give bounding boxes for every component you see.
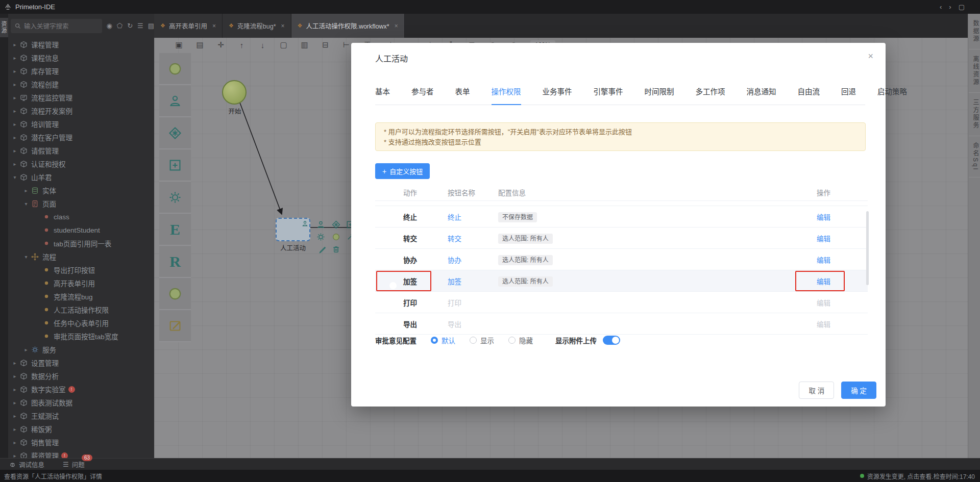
manual-activity-node[interactable] [276, 218, 310, 241]
dialog-tab-启动策略[interactable]: 启动策略 [877, 86, 907, 105]
align-left-icon[interactable]: ⊢ [342, 40, 351, 49]
nav-forward-icon[interactable]: › [949, 3, 951, 11]
edit-link[interactable]: 编辑 [817, 319, 868, 329]
palette-plussq-icon[interactable] [159, 149, 191, 182]
copy-icon[interactable]: ▣ [175, 40, 183, 49]
dialog-tab-参与者[interactable]: 参与者 [411, 86, 434, 105]
dialog-tab-引擎事件[interactable]: 引擎事件 [594, 86, 623, 105]
expand-arrow-icon[interactable]: ▸ [22, 347, 30, 352]
tree-item[interactable]: 任务中心表单引用 ! [8, 316, 154, 329]
rail-tab-命名Sql[interactable]: 命名Sql [969, 136, 980, 177]
tree-item[interactable]: ▸ 流程开发案例 ! [8, 104, 154, 117]
expand-arrow-icon[interactable]: ▸ [11, 387, 18, 392]
palette-diamond-icon[interactable] [159, 117, 191, 149]
tree-item[interactable]: ▸ 数字实验室 ! [8, 383, 154, 396]
button-name-link[interactable]: 转交 [448, 233, 498, 243]
expand-arrow-icon[interactable]: ▸ [11, 95, 18, 100]
nav-back-icon[interactable]: ‹ [940, 3, 942, 11]
tree-item[interactable]: ▾ 页面 ! [8, 197, 154, 210]
tree-item[interactable]: ▸ 培训管理 ! [8, 117, 154, 131]
pan-hand-icon[interactable]: ✛ [216, 40, 225, 49]
document-icon[interactable]: ▢ [279, 40, 288, 49]
refresh-icon[interactable]: ↻ [127, 22, 133, 30]
editor-tab[interactable]: ❖高开表单引用× [154, 14, 223, 38]
palette-gear-icon[interactable] [159, 182, 191, 214]
tree-item[interactable]: ▸ 库存管理 ! [8, 64, 154, 78]
tree-item[interactable]: ▸ 数据分析 ! [8, 369, 154, 383]
custom-button[interactable]: + 自定义按钮 [375, 163, 430, 179]
tree-item[interactable]: ▸ 流程创建 ! [8, 78, 154, 91]
tree-item[interactable]: ▸ 实体 ! [8, 184, 154, 197]
expand-arrow-icon[interactable]: ▾ [22, 201, 30, 207]
tree-item[interactable]: 审批页面按钮tab宽度 ! [8, 329, 154, 343]
dialog-tab-消息通知[interactable]: 消息通知 [747, 86, 776, 105]
tree-item[interactable]: ▸ 潜在客户管理 ! [8, 131, 154, 144]
tree-item[interactable]: class ! [8, 210, 154, 223]
quick-diamond-icon[interactable] [332, 220, 341, 230]
resource-change-notice[interactable]: 资源发生变更, 点击查看.检查时间:17:40 [860, 472, 975, 480]
palette-person-icon[interactable] [159, 85, 191, 117]
package-icon[interactable]: ⬠ [117, 22, 122, 30]
opinion-radio-显示[interactable]: 显示 [470, 335, 494, 345]
dialog-tab-表单[interactable]: 表单 [455, 86, 470, 105]
expand-arrow-icon[interactable]: ▸ [11, 161, 18, 167]
tree-item[interactable]: ▸ 设置管理 ! [8, 356, 154, 369]
palette-e-node-icon[interactable]: E [159, 214, 191, 246]
start-node[interactable] [222, 80, 247, 105]
tree-item[interactable]: 人工活动操作权限 ! [8, 303, 154, 316]
tree-item[interactable]: ▸ 流程监控管理 ! [8, 91, 154, 104]
edit-link[interactable]: 编辑 [817, 297, 868, 308]
button-name-link[interactable]: 加签 [448, 276, 498, 286]
tree-item[interactable]: ▾ 流程 ! [8, 250, 154, 263]
delete-icon[interactable]: ⊟ [321, 40, 330, 49]
expand-arrow-icon[interactable]: ▸ [11, 42, 18, 47]
upload-icon[interactable]: ↑ [237, 41, 246, 49]
dialog-tab-多工作项[interactable]: 多工作项 [696, 86, 725, 105]
dialog-tab-操作权限[interactable]: 操作权限 [492, 86, 521, 105]
rail-tab-离线资源[interactable]: 离线资源 [969, 49, 980, 93]
close-icon[interactable]: × [868, 51, 873, 62]
quick-circle-sm-icon[interactable] [332, 233, 341, 242]
expand-arrow-icon[interactable]: ▸ [11, 453, 18, 459]
expand-arrow-icon[interactable]: ▸ [11, 148, 18, 154]
table-scrollbar[interactable] [866, 211, 869, 285]
paste-icon[interactable]: ▤ [195, 40, 204, 49]
save-layout-icon[interactable]: ▢ [959, 3, 965, 11]
expand-arrow-icon[interactable]: ▸ [11, 426, 18, 432]
edit-link[interactable]: 编辑 [817, 233, 868, 243]
tree-item[interactable]: 克隆流程bug ! [8, 290, 154, 303]
edit-link[interactable]: 编辑 [817, 255, 868, 265]
tree-item[interactable]: tab页面引用同一表 ! [8, 237, 154, 250]
opinion-radio-默认[interactable]: 默认 [431, 335, 455, 345]
tree-item[interactable]: ▾ 山羊君 ! [8, 170, 154, 184]
expand-arrow-icon[interactable]: ▸ [11, 108, 18, 114]
dialog-tab-自由流[interactable]: 自由流 [798, 86, 820, 105]
palette-r-node-icon[interactable]: R [159, 246, 191, 278]
expand-arrow-icon[interactable]: ▸ [11, 82, 18, 87]
expand-arrow-icon[interactable]: ▾ [11, 174, 18, 180]
debug-info-tab[interactable]: 调试信息 [9, 460, 44, 469]
expand-arrow-icon[interactable]: ▸ [11, 373, 18, 379]
close-tab-icon[interactable]: × [212, 22, 216, 30]
button-name-link[interactable]: 协办 [448, 255, 498, 265]
tree-item[interactable]: 导出打印按钮 ! [8, 263, 154, 276]
button-name-link[interactable]: 打印 [448, 297, 498, 308]
expand-arrow-icon[interactable]: ▸ [11, 400, 18, 405]
expand-arrow-icon[interactable]: ▸ [11, 413, 18, 419]
tree-item[interactable]: ▸ 稀饭粥 ! [8, 422, 154, 436]
ai-icon[interactable]: ◉ [106, 22, 112, 30]
dialog-tab-回退[interactable]: 回退 [841, 86, 856, 105]
tree-item[interactable]: 高开表单引用 ! [8, 276, 154, 290]
tree-item[interactable]: ▸ 销售管理 ! [8, 436, 154, 449]
dialog-tab-基本[interactable]: 基本 [375, 86, 390, 105]
duplicate-icon[interactable]: ▥ [300, 40, 309, 49]
download-icon[interactable]: ↓ [258, 41, 267, 49]
expand-arrow-icon[interactable]: ▸ [11, 360, 18, 366]
expand-arrow-icon[interactable]: ▾ [22, 254, 30, 260]
tree-item[interactable]: studentStudent ! [8, 223, 154, 237]
device-icon[interactable]: ▤ [148, 22, 154, 30]
rail-tab-三方服务[interactable]: 三方服务 [969, 93, 980, 136]
tree-item[interactable]: ▸ 服务 ! [8, 343, 154, 356]
editor-tab[interactable]: ❖人工活动操作权限.workflowx*× [291, 14, 405, 38]
ok-button[interactable]: 确 定 [841, 382, 876, 399]
